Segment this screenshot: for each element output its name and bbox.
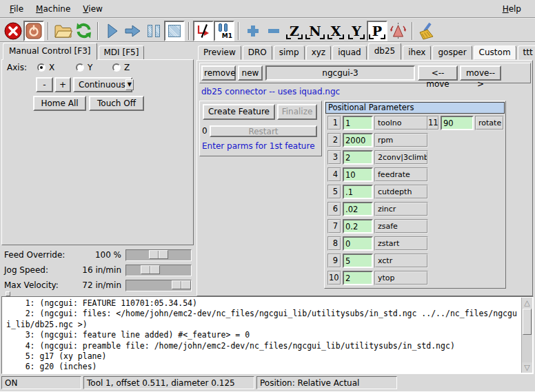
touch-off-button[interactable]: Touch Off (89, 96, 144, 111)
m1-label: M1 (222, 32, 232, 39)
view-y-button[interactable]: Y (346, 21, 367, 41)
pause-bar (148, 25, 152, 37)
tab-preview[interactable]: Preview (198, 45, 241, 60)
feed-override-handle[interactable] (149, 250, 168, 259)
console-scrollbar[interactable]: △ ▽ (521, 298, 532, 373)
tab-simp[interactable]: simp (274, 45, 305, 60)
param-value-input[interactable] (343, 271, 373, 285)
menu-view[interactable]: View (79, 3, 106, 15)
param-number: 11 (427, 116, 439, 130)
param-value-input[interactable] (343, 116, 373, 130)
param-name-label: zsafe (374, 219, 428, 234)
run-icon (105, 23, 119, 39)
open-file-button[interactable] (52, 21, 73, 41)
create-feature-button[interactable]: Create Feature (203, 104, 275, 120)
param-row: 2 rpm (327, 133, 428, 147)
axis-radio-z[interactable]: Z (112, 62, 130, 73)
param-row: 7 zsafe (327, 219, 428, 234)
param-value-input[interactable] (343, 185, 373, 199)
feed-override-slider[interactable] (125, 249, 192, 261)
tab-ihex[interactable]: ihex (403, 45, 431, 60)
radio-x-indicator[interactable] (37, 63, 46, 72)
step-line-button[interactable] (123, 21, 143, 41)
zoom-in-button[interactable] (243, 21, 263, 41)
machine-power-button[interactable] (23, 21, 44, 41)
menu-help[interactable]: Help (498, 3, 525, 15)
tab-ttt[interactable]: ttt (518, 45, 535, 60)
pause-program-button[interactable] (143, 21, 164, 41)
pane-sash-grip[interactable] (6, 291, 10, 296)
tab-custom[interactable]: Custom (474, 45, 516, 60)
axis-label: Axis: (7, 63, 27, 72)
max-velocity-handle[interactable] (172, 280, 191, 289)
axis-radio-y[interactable]: Y (76, 62, 92, 73)
restart-button[interactable]: Restart (210, 125, 317, 137)
stop-program-button[interactable] (164, 21, 185, 41)
positional-parameters-box: Positional Parameters 1 toolno 2 rpm 3 2… (324, 101, 506, 289)
tab-iquad[interactable]: iquad (332, 45, 367, 60)
tab-simp-label: simp (279, 48, 299, 57)
scroll-down-arrow-icon[interactable]: ▽ (522, 362, 532, 373)
optional-pause-button[interactable]: M1 (214, 21, 234, 41)
new-tab-button[interactable]: new (238, 65, 263, 81)
param-value-input[interactable] (343, 202, 373, 216)
menu-machine[interactable]: Machine (32, 3, 74, 15)
jog-speed-slider[interactable] (125, 265, 192, 276)
param-number: 4 (327, 167, 341, 182)
remove-tab-button[interactable]: remove (201, 65, 236, 81)
jog-speed-handle[interactable] (141, 265, 160, 274)
zoom-out-button[interactable] (263, 21, 284, 41)
radio-z-indicator[interactable] (112, 63, 121, 72)
param-name-label: zincr (374, 202, 428, 216)
jog-plus-button[interactable]: + (54, 77, 71, 92)
tab-preview-label: Preview (203, 48, 236, 57)
param-value-input[interactable] (343, 150, 373, 165)
view-perspective-button[interactable]: P (367, 21, 387, 41)
run-program-button[interactable] (102, 21, 123, 41)
toolbar-separator (412, 22, 413, 40)
feature-box: Create Feature Finalize 0 Restart Enter … (199, 101, 322, 156)
clear-plot-button[interactable] (416, 21, 437, 41)
tab-ttt-label: ttt (523, 48, 533, 57)
tool-info-cell: Tool 1, offset 0.511, diameter 0.125 (83, 376, 254, 389)
params-column-1: 1 toolno 2 rpm 3 2conv|3climb 4 feedrate… (327, 116, 428, 285)
view-z-button[interactable]: Z (284, 21, 305, 41)
estop-button[interactable] (3, 21, 23, 41)
tab-manual-control[interactable]: Manual Control [F3] (3, 43, 97, 60)
gcode-console-text: 1: (ngcgui: FEATURE 110701:05.34.54) 2: … (2, 297, 533, 374)
param-name-label: xctr (374, 254, 428, 268)
toggle-skip-lines-button[interactable] (193, 21, 214, 41)
finalize-button[interactable]: Finalize (277, 104, 317, 120)
param-value-input[interactable] (343, 133, 373, 147)
view-x-button[interactable]: X (325, 21, 346, 41)
toolbar-separator (238, 22, 239, 40)
param-value-input[interactable] (343, 236, 373, 251)
tab-mdi[interactable]: MDI [F5] (99, 45, 145, 60)
scroll-up-arrow-icon[interactable]: △ (522, 298, 532, 308)
view-z2-button[interactable]: N (305, 21, 325, 41)
jog-minus-button[interactable]: - (36, 77, 53, 92)
tab-xyz[interactable]: xyz (306, 45, 332, 60)
tab-gosper[interactable]: gosper (432, 45, 472, 60)
param-value-input[interactable] (343, 219, 373, 234)
reload-file-button[interactable] (73, 21, 94, 41)
rotate-view-button[interactable] (387, 21, 408, 41)
param-value-input[interactable] (343, 167, 373, 182)
param-number: 9 (327, 254, 341, 268)
param-value-input[interactable] (441, 116, 474, 130)
home-all-button[interactable]: Home All (33, 96, 86, 111)
tab-db25[interactable]: db25 (368, 43, 402, 60)
max-velocity-slider[interactable] (125, 280, 192, 291)
param-value-input[interactable] (343, 254, 373, 268)
jog-mode-select[interactable]: Continuous ▼ (73, 77, 132, 92)
tab-name-input[interactable] (265, 65, 415, 81)
radio-y-indicator[interactable] (76, 63, 84, 72)
scroll-thumb[interactable] (523, 309, 532, 335)
estop-icon (4, 22, 22, 40)
move-left-button[interactable]: <--move (418, 65, 458, 81)
move-right-button[interactable]: move--> (460, 65, 501, 81)
menu-file[interactable]: File (6, 3, 28, 15)
skip-lines-icon (195, 23, 212, 39)
tab-dro[interactable]: DRO (243, 45, 272, 60)
axis-radio-x[interactable]: X (37, 62, 54, 73)
